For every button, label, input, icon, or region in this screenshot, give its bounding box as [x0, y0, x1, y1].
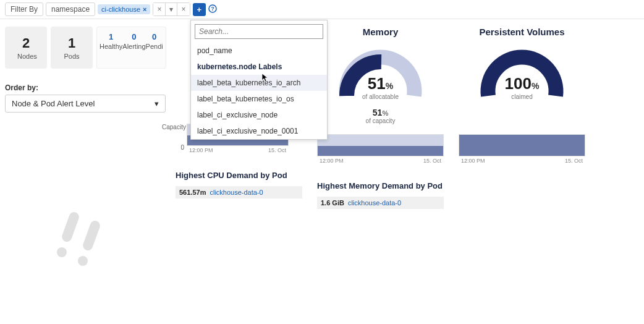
gauge-memory: 51% of allocatable	[336, 45, 425, 100]
pods-count: 1	[63, 35, 80, 51]
filter-chip-label: ci-clickhouse	[101, 6, 140, 13]
dropdown-item-exclusive-node-0001[interactable]: label_ci_exclusive_node_0001	[191, 123, 327, 139]
pods-card[interactable]: 1 Pods	[51, 27, 93, 69]
empty-state-placeholder	[5, 211, 166, 267]
dropdown-item-arch[interactable]: label_beta_kubernetes_io_arch	[191, 75, 327, 91]
chevron-down-icon: ▾	[155, 99, 159, 108]
gauge-pv: 100% claimed	[477, 45, 567, 100]
status-breakdown: 1 Healthy 0 Alerting 0 Pendi	[96, 27, 166, 69]
left-column: 2 Nodes 1 Pods 1 Healthy 0 Alerting 0 Pe…	[5, 27, 166, 267]
pods-label: Pods	[63, 53, 80, 60]
filter-chip-ci-clickhouse[interactable]: ci-clickhouse ×	[98, 4, 150, 14]
pv-sparkline-row: 12:00 PM 15. Oct	[459, 134, 585, 164]
status-healthy[interactable]: 1 Healthy	[100, 32, 122, 63]
memory-demand-pod-link[interactable]: clickhouse-data-0	[348, 199, 401, 207]
status-pending[interactable]: 0 Pendi	[146, 32, 163, 63]
metric-pv-title: Persistent Volumes	[479, 27, 564, 37]
order-by-select[interactable]: Node & Pod Alert Level ▾	[5, 95, 166, 113]
filter-field-namespace[interactable]: namespace	[46, 2, 95, 16]
filter-actions: × ▾ ×	[153, 2, 190, 16]
metric-memory-title: Memory	[363, 27, 399, 37]
filter-remove-all-button[interactable]: ×	[177, 3, 189, 15]
help-icon[interactable]: ?	[208, 4, 217, 15]
dropdown-item-exclusive-node[interactable]: label_ci_exclusive_node	[191, 107, 327, 123]
memory-demand-section: Highest Memory Demand by Pod 1.6 GiB cli…	[317, 181, 444, 209]
filter-bar: Filter By namespace ci-clickhouse × × ▾ …	[0, 0, 644, 19]
exclaim-icon	[54, 211, 116, 267]
metric-persistent-volumes: Persistent Volumes 100% claimed . . 12:	[459, 27, 585, 267]
summary-cards: 2 Nodes 1 Pods 1 Healthy 0 Alerting 0 Pe…	[5, 27, 166, 69]
filter-dropdown-toggle[interactable]: ▾	[166, 3, 177, 15]
pv-sparkline-chart[interactable]	[459, 134, 585, 156]
nodes-card[interactable]: 2 Nodes	[5, 27, 47, 69]
nodes-label: Nodes	[17, 53, 35, 60]
memory-sparkline-row: 12:00 PM 15. Oct	[317, 134, 444, 164]
dropdown-item-os[interactable]: label_beta_kubernetes_io_os	[191, 91, 327, 107]
cpu-demand-section: Highest CPU Demand by Pod 561.57m clickh…	[176, 171, 302, 198]
dropdown-search-input[interactable]	[195, 24, 323, 39]
order-by-value: Node & Pod Alert Level	[12, 99, 95, 108]
nodes-count: 2	[17, 35, 35, 51]
add-filter-button[interactable]: +	[193, 3, 206, 16]
order-by-section: Order by: Node & Pod Alert Level ▾	[5, 83, 166, 113]
memory-capacity-line: 51% of capacity	[366, 108, 396, 124]
dropdown-item-pod-name[interactable]: pod_name	[191, 43, 327, 59]
order-by-label: Order by:	[5, 83, 166, 92]
filter-field-dropdown: pod_name kubernetes.node Labels label_be…	[190, 20, 328, 140]
dropdown-section-header: kubernetes.node Labels	[191, 59, 327, 75]
memory-demand-row[interactable]: 1.6 GiB clickhouse-data-0	[317, 197, 444, 209]
filter-chip-remove-icon[interactable]: ×	[143, 6, 146, 13]
svg-text:?: ?	[211, 6, 214, 12]
filter-clear-button[interactable]: ×	[153, 3, 166, 15]
cpu-demand-row[interactable]: 561.57m clickhouse-data-0	[176, 186, 302, 198]
cpu-demand-pod-link[interactable]: clickhouse-data-0	[210, 189, 263, 196]
metric-memory: Memory 51% of allocatable 51% of capacit…	[317, 27, 444, 267]
filter-by-label: Filter By	[5, 2, 43, 16]
memory-sparkline-chart[interactable]	[317, 134, 444, 156]
status-alerting[interactable]: 0 Alerting	[122, 32, 145, 63]
